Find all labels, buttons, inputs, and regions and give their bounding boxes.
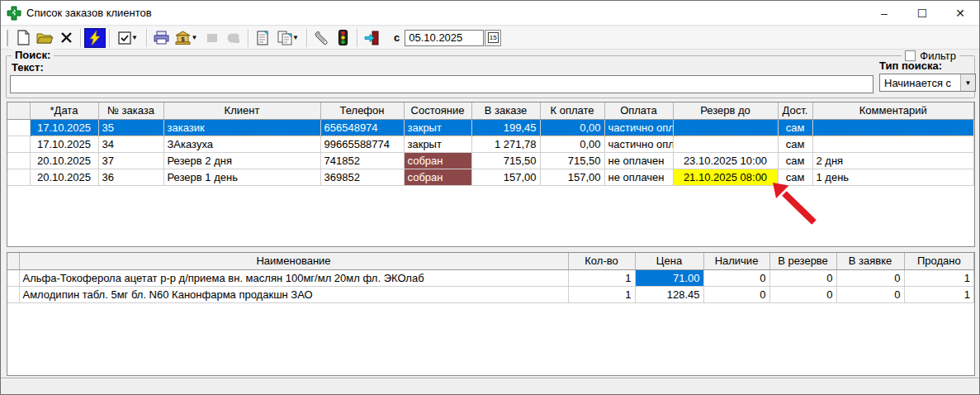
delete-button[interactable]	[55, 28, 77, 48]
col-client[interactable]: Клиент	[163, 102, 320, 119]
cell-order-no[interactable]: 34	[98, 136, 163, 152]
document-view-button[interactable]	[252, 28, 273, 48]
col-state[interactable]: Состояние	[404, 102, 471, 119]
cell-to-pay[interactable]: 715,50	[540, 152, 604, 169]
cell-phone[interactable]: 656548974	[320, 119, 404, 136]
col-in-order[interactable]: В заказе	[471, 102, 540, 119]
cell-in-request[interactable]: 0	[836, 269, 904, 286]
col-delivery[interactable]: Дост.	[778, 102, 812, 119]
cell-payment[interactable]: частично опл	[604, 119, 673, 136]
print-button[interactable]	[150, 28, 172, 48]
search-type-combobox[interactable]: Начинается с ▼	[879, 74, 976, 92]
cell-price-selected[interactable]: 71.00	[635, 269, 703, 286]
cell-payment[interactable]: не оплачен	[604, 169, 673, 185]
cell-comment[interactable]: 1 день	[812, 169, 974, 185]
cell-state[interactable]: закрыт	[404, 119, 471, 136]
col-reserve-until[interactable]: Резерв до	[673, 102, 778, 119]
cell-payment[interactable]: частично опл	[604, 136, 673, 152]
new-document-button[interactable]	[12, 28, 34, 48]
cell-comment[interactable]	[812, 119, 974, 136]
cell-comment[interactable]: 2 дня	[812, 152, 974, 169]
col-in-request[interactable]: В заявке	[836, 253, 904, 269]
cell-to-pay[interactable]: 0,00	[540, 119, 604, 136]
cell-state-collected[interactable]: собран	[404, 169, 471, 185]
col-comment[interactable]: Комментарий	[812, 102, 974, 119]
cell-client[interactable]: Резерв 1 день	[163, 169, 320, 185]
settings-button[interactable]	[310, 28, 332, 48]
cell-date[interactable]: 20.10.2025	[30, 169, 98, 185]
item-row[interactable]: Амлодипин табл. 5мг бл. N60 Канонфарма п…	[7, 286, 974, 302]
cell-stock[interactable]: 0	[703, 286, 769, 302]
cell-order-no[interactable]: 36	[98, 169, 163, 185]
col-name[interactable]: Наименование	[19, 253, 568, 269]
cell-phone[interactable]: 741852	[320, 152, 404, 169]
cell-in-order[interactable]: 1 271,78	[471, 136, 540, 152]
cell-reserve-until-highlighted[interactable]: 21.10.2025 08:00	[673, 169, 778, 185]
cell-client[interactable]: заказик	[163, 119, 320, 136]
cell-state-collected[interactable]: собран	[404, 152, 471, 169]
cell-item-name[interactable]: Амлодипин табл. 5мг бл. N60 Канонфарма п…	[19, 286, 568, 302]
cell-to-pay[interactable]: 0,00	[540, 136, 604, 152]
refresh-lightning-button[interactable]	[84, 28, 106, 48]
col-sold[interactable]: Продано	[904, 253, 974, 269]
cell-reserve-until[interactable]: 23.10.2025 10:00	[673, 152, 778, 169]
item-row[interactable]: Альфа-Токоферола ацетат р-р д/приема вн.…	[7, 269, 974, 286]
cell-in-order[interactable]: 199,45	[471, 119, 540, 136]
cell-sold[interactable]: 1	[904, 269, 974, 286]
cell-in-reserve[interactable]: 0	[769, 269, 836, 286]
cell-state[interactable]: закрыт	[404, 136, 471, 152]
calendar-button[interactable]: 15	[485, 30, 501, 46]
toolbar-grip[interactable]	[4, 30, 8, 46]
col-to-pay[interactable]: К оплате	[540, 102, 604, 119]
order-row[interactable]: 17.10.2025 34 ЗАказуха 99665588774 закры…	[7, 136, 974, 152]
cell-in-reserve[interactable]: 0	[769, 286, 836, 302]
cell-item-name[interactable]: Альфа-Токоферола ацетат р-р д/приема вн.…	[19, 269, 568, 286]
col-stock[interactable]: Наличие	[703, 253, 769, 269]
cell-to-pay[interactable]: 157,00	[540, 169, 604, 185]
col-order-no[interactable]: № заказа	[98, 102, 163, 119]
cell-qty[interactable]: 1	[568, 286, 635, 302]
order-row[interactable]: 20.10.2025 36 Резерв 1 день 369852 собра…	[7, 169, 974, 185]
cell-client[interactable]: ЗАказуха	[163, 136, 320, 152]
cell-delivery[interactable]: сам	[778, 169, 812, 185]
cell-payment[interactable]: не оплачен	[604, 152, 673, 169]
col-date[interactable]: *Дата	[30, 102, 98, 119]
cell-in-order[interactable]: 157,00	[471, 169, 540, 185]
combobox-dropdown-button[interactable]: ▼	[960, 74, 975, 91]
cell-comment[interactable]	[812, 136, 974, 152]
open-folder-button[interactable]	[34, 28, 55, 48]
cell-order-no[interactable]: 37	[98, 152, 163, 169]
cell-reserve-until[interactable]	[673, 136, 778, 152]
exit-button[interactable]	[361, 28, 382, 48]
status-control-button[interactable]	[332, 28, 353, 48]
row-selector[interactable]	[7, 136, 30, 152]
cell-date[interactable]: 17.10.2025	[30, 119, 98, 136]
row-selector[interactable]	[7, 152, 30, 169]
cell-stock[interactable]: 0	[703, 269, 769, 286]
copy-document-button[interactable]: ▼	[273, 28, 303, 48]
row-selector[interactable]	[7, 286, 19, 302]
search-text-input[interactable]	[10, 75, 873, 93]
date-from-input[interactable]	[405, 30, 484, 46]
cell-phone[interactable]: 99665588774	[320, 136, 404, 152]
col-price[interactable]: Цена	[635, 253, 703, 269]
order-row[interactable]: 20.10.2025 37 Резерв 2 дня 741852 собран…	[7, 152, 974, 169]
cell-delivery[interactable]: сам	[778, 136, 812, 152]
cell-order-no[interactable]: 35	[98, 119, 163, 136]
close-button[interactable]: ✕	[941, 1, 979, 25]
cell-client[interactable]: Резерв 2 дня	[163, 152, 320, 169]
cell-reserve-until[interactable]	[673, 119, 778, 136]
col-in-reserve[interactable]: В резерве	[769, 253, 836, 269]
row-selector[interactable]	[7, 269, 19, 286]
cell-delivery[interactable]: сам	[778, 119, 812, 136]
cell-qty[interactable]: 1	[568, 269, 635, 286]
col-qty[interactable]: Кол-во	[568, 253, 635, 269]
cell-date[interactable]: 20.10.2025	[30, 152, 98, 169]
row-selector[interactable]	[7, 169, 30, 185]
row-selector[interactable]	[7, 119, 30, 136]
bank-operations-button[interactable]: $ ▼	[172, 28, 201, 48]
order-row[interactable]: 17.10.2025 35 заказик 656548974 закрыт 1…	[7, 119, 974, 136]
cell-in-request[interactable]: 0	[836, 286, 904, 302]
cell-delivery[interactable]: сам	[778, 152, 812, 169]
cell-phone[interactable]: 369852	[320, 169, 404, 185]
